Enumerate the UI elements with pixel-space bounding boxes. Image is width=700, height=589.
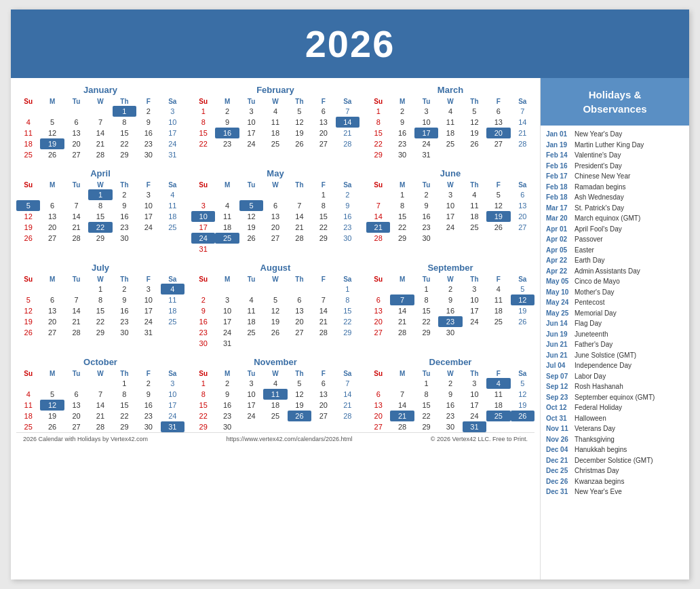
cal-day: 30 bbox=[113, 327, 136, 338]
holiday-date: Dec 25 bbox=[546, 466, 572, 476]
cal-day: 16 bbox=[113, 211, 136, 222]
holiday-name: Valentine's Day bbox=[575, 151, 621, 160]
cal-day: 23 bbox=[336, 222, 359, 233]
cal-day: 23 bbox=[136, 411, 160, 421]
cal-day: 22 bbox=[113, 411, 136, 421]
cal-day: 11 bbox=[438, 117, 462, 128]
cal-day: 15 bbox=[414, 400, 438, 411]
cal-day: 23 bbox=[215, 411, 239, 421]
cal-day: 31 bbox=[414, 149, 438, 160]
cal-day: 13 bbox=[311, 117, 335, 128]
cal-day: 6 bbox=[64, 389, 88, 400]
cal-day: 14 bbox=[64, 305, 88, 316]
cal-day: 24 bbox=[161, 138, 184, 149]
cal-day: 19 bbox=[288, 128, 311, 138]
cal-table: SuMTuWThFSa12345678910111213141516171819… bbox=[16, 97, 184, 160]
cal-day: 17 bbox=[414, 128, 438, 138]
cal-day: 21 bbox=[288, 222, 311, 233]
holiday-item: May 25Memorial Day bbox=[546, 309, 684, 318]
cal-day: 31 bbox=[191, 244, 215, 254]
cal-day: 4 bbox=[486, 284, 510, 294]
cal-day: 28 bbox=[390, 421, 414, 432]
cal-day: 12 bbox=[511, 389, 534, 400]
cal-day bbox=[311, 338, 335, 349]
cal-day: 23 bbox=[438, 411, 462, 421]
holiday-name: Rosh Hashanah bbox=[575, 382, 623, 392]
cal-day: 8 bbox=[191, 389, 215, 400]
cal-day: 28 bbox=[511, 138, 534, 149]
holiday-item: Jan 01New Year's Day bbox=[546, 130, 684, 139]
holiday-date: Feb 18 bbox=[546, 183, 572, 192]
cal-day bbox=[511, 327, 534, 338]
cal-day: 6 bbox=[486, 106, 510, 117]
cal-day: 3 bbox=[215, 294, 239, 305]
holiday-name: Veterans Day bbox=[575, 424, 615, 434]
month-november: NovemberSuMTuWThFSa123456789101112131415… bbox=[191, 357, 359, 432]
cal-day: 15 bbox=[191, 400, 215, 411]
cal-day: 24 bbox=[414, 138, 438, 149]
holiday-date: Jan 19 bbox=[546, 140, 572, 150]
footer-left: 2026 Calendar with Holidays by Vertex42.… bbox=[23, 436, 148, 442]
cal-day: 10 bbox=[438, 200, 462, 211]
cal-day: 31 bbox=[215, 338, 239, 349]
cal-day: 5 bbox=[16, 200, 40, 211]
cal-day: 29 bbox=[88, 327, 112, 338]
cal-day: 7 bbox=[511, 106, 534, 117]
cal-day: 28 bbox=[64, 327, 88, 338]
cal-day: 17 bbox=[136, 305, 160, 316]
cal-day: 25 bbox=[16, 421, 40, 432]
cal-day: 11 bbox=[486, 294, 510, 305]
cal-day: 4 bbox=[161, 284, 184, 294]
holiday-date: May 24 bbox=[546, 298, 572, 307]
holiday-date: Oct 31 bbox=[546, 414, 572, 423]
cal-day: 29 bbox=[113, 149, 136, 160]
holiday-name: April Fool's Day bbox=[575, 225, 622, 234]
cal-day: 12 bbox=[16, 305, 40, 316]
cal-day: 4 bbox=[16, 117, 40, 128]
cal-day: 22 bbox=[191, 138, 215, 149]
cal-day: 16 bbox=[438, 400, 462, 411]
cal-day: 26 bbox=[511, 316, 534, 327]
cal-day: 21 bbox=[64, 222, 88, 233]
cal-day: 5 bbox=[239, 200, 263, 211]
cal-day bbox=[136, 233, 160, 244]
cal-day: 2 bbox=[438, 378, 462, 389]
holiday-name: Passover bbox=[575, 235, 603, 244]
cal-day: 21 bbox=[88, 411, 112, 421]
cal-day: 15 bbox=[336, 305, 359, 316]
cal-day: 7 bbox=[336, 106, 359, 117]
holiday-date: Dec 04 bbox=[546, 445, 572, 455]
cal-day bbox=[161, 233, 184, 244]
cal-day: 31 bbox=[463, 421, 486, 432]
cal-day: 11 bbox=[263, 117, 287, 128]
cal-day: 21 bbox=[336, 400, 359, 411]
holiday-item: Sep 07Labor Day bbox=[546, 372, 684, 381]
cal-day: 22 bbox=[191, 411, 215, 421]
cal-day: 3 bbox=[414, 106, 438, 117]
cal-day: 28 bbox=[336, 411, 359, 421]
cal-day: 6 bbox=[64, 117, 88, 128]
holiday-item: Apr 02Passover bbox=[546, 235, 684, 244]
cal-day: 14 bbox=[88, 128, 112, 138]
cal-day: 19 bbox=[239, 222, 263, 233]
cal-day: 6 bbox=[311, 378, 335, 389]
cal-day bbox=[64, 284, 88, 294]
month-september: SeptemberSuMTuWThFSa12345678910111213141… bbox=[366, 263, 534, 349]
cal-day: 5 bbox=[486, 189, 510, 200]
cal-day bbox=[40, 106, 64, 117]
cal-day: 24 bbox=[161, 411, 184, 421]
cal-day bbox=[215, 284, 239, 294]
cal-day: 10 bbox=[161, 389, 184, 400]
cal-day: 3 bbox=[239, 106, 263, 117]
cal-day bbox=[288, 244, 311, 254]
cal-day: 30 bbox=[215, 421, 239, 432]
cal-day: 23 bbox=[136, 138, 160, 149]
cal-day: 9 bbox=[136, 117, 160, 128]
cal-day: 26 bbox=[463, 138, 486, 149]
cal-day: 9 bbox=[191, 305, 215, 316]
holiday-date: Feb 18 bbox=[546, 193, 572, 202]
footer-center: https://www.vertex42.com/calendars/2026.… bbox=[226, 436, 352, 442]
holiday-date: Mar 17 bbox=[546, 204, 572, 213]
holiday-date: Nov 26 bbox=[546, 435, 572, 444]
cal-day: 18 bbox=[263, 400, 287, 411]
